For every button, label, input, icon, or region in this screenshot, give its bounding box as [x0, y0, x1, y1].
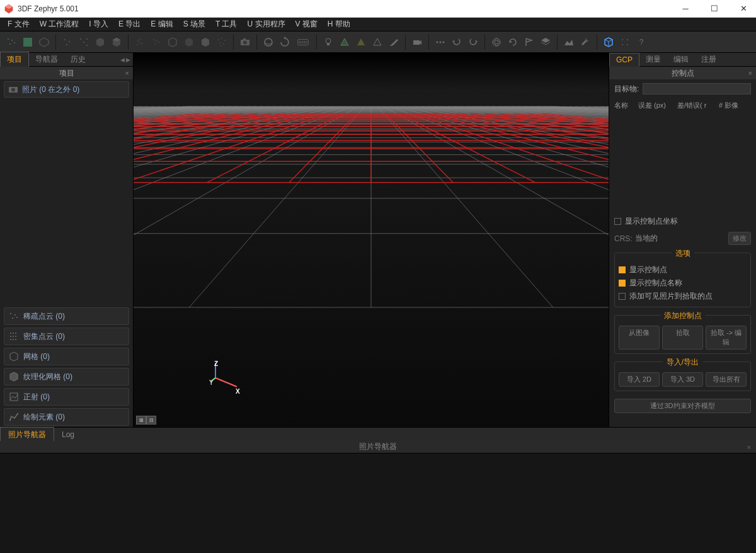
btn-align-3d[interactable]: 通过3D约束对齐模型 [614, 399, 751, 413]
tool-terrain-icon[interactable] [561, 35, 576, 50]
tool-cube5-icon[interactable] [198, 35, 213, 50]
maximize-button[interactable]: ☐ [706, 2, 723, 16]
tab-gcp[interactable]: GCP [609, 53, 639, 67]
tab-photo-navigator[interactable]: 照片导航器 [0, 427, 54, 442]
svg-point-21 [218, 39, 219, 40]
tool-flag-icon[interactable] [522, 35, 537, 50]
crs-modify-button[interactable]: 修改 [728, 232, 751, 245]
chk-show-gcp[interactable]: 显示控制点 [619, 263, 747, 276]
viewport-btn-1[interactable]: ⊞ [136, 416, 146, 425]
gcp-panel-close-icon[interactable]: × [748, 69, 752, 77]
tool-help-icon[interactable]: ? [634, 35, 649, 50]
draw-icon [8, 411, 20, 423]
svg-point-17 [153, 39, 154, 40]
tool-points2-icon[interactable] [76, 35, 91, 50]
viewport-btn-2[interactable]: ⊡ [146, 416, 156, 425]
btn-from-image[interactable]: 从图像 [619, 326, 660, 350]
btn-export-all[interactable]: 导出所有 [706, 372, 747, 387]
viewport-3d[interactable]: Z Y X ⊞ ⊡ [134, 53, 609, 427]
menu-tools[interactable]: T 工具 [210, 19, 242, 30]
chk-show-names[interactable]: 显示控制点名称 [619, 276, 747, 290]
tool-cube2-icon[interactable] [109, 35, 124, 50]
tab-register[interactable]: 注册 [695, 52, 723, 67]
tab-navigator[interactable]: 导航器 [29, 52, 64, 67]
tool-points1-icon[interactable] [60, 35, 75, 50]
tool-dense-icon[interactable] [20, 35, 35, 50]
tab-scroll-left-icon[interactable]: ◀ [120, 57, 125, 63]
chk-show-coords[interactable]: 显示控制点坐标 [614, 215, 751, 228]
tool-light-icon[interactable] [321, 35, 336, 50]
menu-import[interactable]: I 导入 [84, 19, 113, 30]
svg-point-1 [11, 40, 13, 41]
btn-import-3d[interactable]: 导入 3D [662, 372, 703, 387]
toolbar: WASD ? [0, 31, 756, 53]
tool-mesh-icon[interactable] [37, 35, 52, 50]
tool-refresh-icon[interactable] [505, 35, 520, 50]
cat-dense[interactable]: 密集点云 (0) [4, 328, 129, 345]
tool-tri2-icon[interactable] [353, 35, 369, 50]
tab-log[interactable]: Log [54, 428, 82, 441]
tool-tri3-icon[interactable] [370, 35, 385, 50]
menu-help[interactable]: H 帮助 [323, 19, 355, 30]
tool-globe-icon[interactable] [489, 35, 504, 50]
tool-brush-icon[interactable] [386, 35, 401, 50]
cat-draw[interactable]: 绘制元素 (0) [4, 408, 129, 426]
tab-measure[interactable]: 测量 [639, 52, 667, 67]
tool-scatter-icon[interactable] [214, 35, 229, 50]
btn-pick[interactable]: 拾取 [662, 326, 703, 350]
tool-orbit-icon[interactable] [261, 35, 276, 50]
gcp-list[interactable] [614, 117, 751, 211]
photo-navigator-close-icon[interactable]: × [747, 443, 751, 451]
tool-tri1-icon[interactable] [337, 35, 352, 50]
tool-sparse-icon[interactable] [4, 35, 19, 50]
menu-view[interactable]: V 视窗 [290, 19, 323, 30]
tool-box3d-icon[interactable] [601, 35, 616, 50]
btn-import-2d[interactable]: 导入 2D [619, 372, 660, 387]
tool-cube1-icon[interactable] [93, 35, 108, 50]
menu-file[interactable]: F 文件 [3, 19, 35, 30]
chk-add-visible[interactable]: 添加可见照片到拾取的点 [619, 290, 747, 303]
target-input[interactable] [643, 83, 751, 94]
section-options: 选项 显示控制点 显示控制点名称 添加可见照片到拾取的点 [614, 253, 751, 307]
svg-point-13 [140, 38, 141, 40]
cat-ortho[interactable]: 正射 (0) [4, 388, 129, 406]
photos-row[interactable]: 照片 (0 在之外 0) [4, 81, 129, 98]
tool-redo-icon[interactable] [466, 35, 481, 50]
tool-spray1-icon[interactable] [132, 35, 147, 50]
svg-point-19 [158, 42, 159, 43]
tool-layers-icon[interactable] [538, 35, 553, 50]
btn-pick-edit[interactable]: 拾取 -> 编辑 [706, 326, 747, 350]
svg-point-3 [14, 42, 15, 43]
project-panel-close-icon[interactable]: × [125, 69, 129, 77]
svg-point-64 [17, 413, 18, 414]
menu-export[interactable]: E 导出 [113, 19, 146, 30]
tool-dots-icon[interactable] [433, 35, 448, 50]
tool-rotate-icon[interactable] [277, 35, 292, 50]
svg-point-43 [627, 39, 628, 40]
tab-project[interactable]: 项目 [0, 52, 29, 67]
menu-scene[interactable]: S 场景 [178, 19, 210, 30]
tab-edit[interactable]: 编辑 [667, 52, 695, 67]
tab-scroll-right-icon[interactable]: ▶ [125, 57, 131, 63]
tool-camera-icon[interactable] [238, 35, 253, 50]
tab-history[interactable]: 历史 [64, 52, 92, 67]
tool-wrench-icon[interactable] [578, 35, 593, 50]
cat-texmesh[interactable]: 纹理化网格 (0) [4, 368, 129, 385]
svg-point-12 [137, 40, 139, 41]
menu-edit[interactable]: E 编辑 [146, 19, 178, 30]
tool-undo-icon[interactable] [449, 35, 464, 50]
tool-cube3-icon[interactable] [165, 35, 180, 50]
tool-more-icon[interactable] [617, 35, 633, 50]
cat-sparse[interactable]: 稀疏点云 (0) [4, 307, 129, 325]
menu-bar: F 文件 W 工作流程 I 导入 E 导出 E 编辑 S 场景 T 工具 U 实… [0, 18, 756, 31]
tool-cube4-icon[interactable] [181, 35, 197, 50]
menu-utilities[interactable]: U 实用程序 [243, 19, 290, 30]
tool-wasd-icon[interactable]: WASD [294, 35, 312, 50]
close-button[interactable]: ✕ [735, 2, 752, 16]
menu-workflow[interactable]: W 工作流程 [35, 19, 84, 30]
minimize-button[interactable]: ─ [677, 2, 694, 16]
tool-spray2-icon[interactable] [149, 35, 164, 50]
tool-cam2-icon[interactable] [410, 35, 425, 50]
svg-point-8 [80, 38, 81, 40]
cat-mesh[interactable]: 网格 (0) [4, 348, 129, 365]
